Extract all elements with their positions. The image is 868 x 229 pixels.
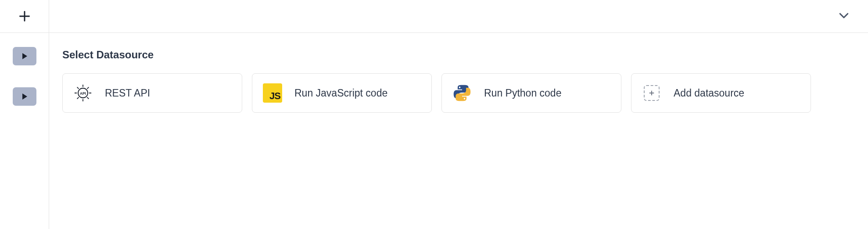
svg-text:API: API (80, 92, 86, 96)
play-icon (22, 93, 27, 100)
section-title: Select Datasource (62, 49, 855, 61)
datasource-card-add[interactable]: Add datasource (631, 73, 811, 113)
card-label: REST API (105, 87, 150, 99)
sidebar-run-button-2[interactable] (13, 87, 36, 106)
datasource-cards: API REST API JS Run JavaScript code (62, 73, 855, 113)
datasource-card-rest-api[interactable]: API REST API (62, 73, 242, 113)
play-icon (22, 53, 27, 59)
card-label: Add datasource (674, 87, 744, 99)
top-bar (0, 0, 868, 33)
top-left-group (0, 0, 49, 32)
add-button[interactable] (0, 0, 49, 32)
add-datasource-icon (642, 83, 661, 103)
datasource-card-python[interactable]: Run Python code (441, 73, 621, 113)
python-icon (452, 83, 472, 103)
javascript-icon: JS (263, 83, 282, 103)
chevron-down-icon (837, 9, 850, 22)
content: Select Datasource API REST API JS Run Ja… (49, 33, 868, 229)
plus-icon (18, 10, 31, 22)
rest-api-icon: API (73, 83, 93, 103)
card-label: Run Python code (484, 87, 561, 99)
sidebar-run-button-1[interactable] (13, 47, 36, 65)
collapse-button[interactable] (837, 9, 850, 24)
card-label: Run JavaScript code (294, 87, 387, 99)
datasource-card-javascript[interactable]: JS Run JavaScript code (252, 73, 432, 113)
main-area: Select Datasource API REST API JS Run Ja… (0, 33, 868, 229)
sidebar (0, 33, 49, 229)
